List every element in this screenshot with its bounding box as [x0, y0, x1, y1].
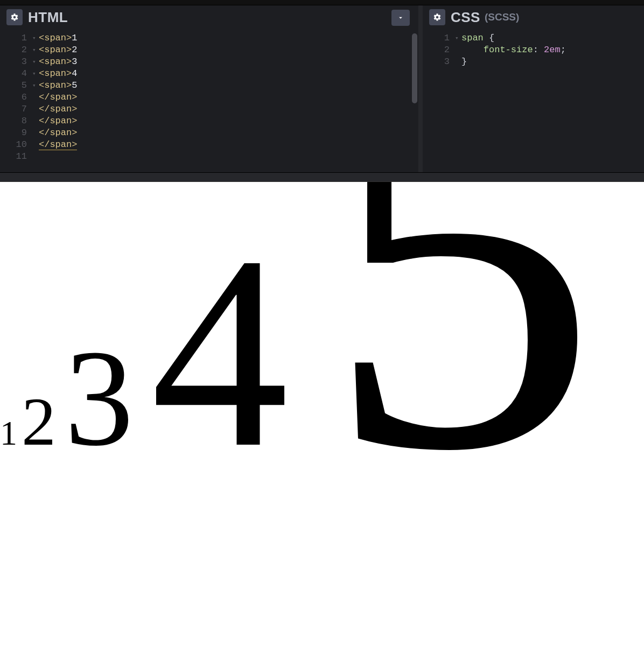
code-line: 3▾<span>3 — [0, 56, 418, 68]
line-number: 3 — [423, 56, 455, 68]
line-number: 5 — [0, 80, 32, 92]
fold-marker[interactable] — [455, 44, 461, 56]
code-content: <span>5 — [39, 80, 418, 92]
code-content: <span>1 — [39, 32, 418, 44]
fold-marker[interactable] — [32, 139, 39, 151]
line-number: 2 — [0, 44, 32, 56]
code-content: span { — [461, 32, 644, 44]
code-content: font-size: 2em; — [461, 44, 644, 56]
code-content — [39, 151, 418, 163]
line-number: 9 — [0, 127, 32, 139]
digit-4: 4 — [151, 199, 289, 504]
digit-5: 5 — [323, 182, 599, 564]
fold-marker[interactable]: ▾ — [32, 32, 39, 44]
fold-marker[interactable] — [32, 92, 39, 103]
code-line: 8</span> — [0, 115, 418, 127]
code-line: 1▾<span>1 — [0, 32, 418, 44]
code-line: 11 — [0, 151, 418, 163]
css-panel: CSS (SCSS) 1▾span {2 font-size: 2em;3} — [423, 5, 644, 172]
window-top-bar — [0, 0, 644, 5]
code-content: </span> — [39, 139, 418, 151]
gear-icon[interactable] — [429, 9, 445, 25]
css-panel-header: CSS (SCSS) — [423, 5, 644, 29]
fold-marker[interactable] — [32, 151, 39, 163]
digit-1: 1 — [0, 414, 17, 452]
line-number: 2 — [423, 44, 455, 56]
code-content: </span> — [39, 127, 418, 139]
fold-marker[interactable] — [32, 115, 39, 127]
code-line: 10</span> — [0, 139, 418, 151]
code-line: 2▾<span>2 — [0, 44, 418, 56]
code-line: 2 font-size: 2em; — [423, 44, 644, 56]
css-code-editor[interactable]: 1▾span {2 font-size: 2em;3} — [423, 29, 644, 172]
digit-2: 2 — [22, 383, 56, 460]
code-content: </span> — [39, 103, 418, 115]
code-line: 6</span> — [0, 92, 418, 103]
code-line: 7</span> — [0, 103, 418, 115]
html-panel-header: HTML — [0, 5, 418, 29]
line-number: 11 — [0, 151, 32, 163]
code-line: 5▾<span>5 — [0, 80, 418, 92]
html-code-editor[interactable]: 1▾<span>12▾<span>23▾<span>34▾<span>45▾<s… — [0, 29, 418, 172]
code-line: 1▾span { — [423, 32, 644, 44]
fold-marker[interactable]: ▾ — [32, 80, 39, 92]
digit-3: 3 — [65, 322, 134, 474]
code-content: </span> — [39, 115, 418, 127]
html-panel: HTML 1▾<span>12▾<span>23▾<span>34▾<span>… — [0, 5, 423, 172]
fold-marker[interactable]: ▾ — [32, 68, 39, 80]
fold-marker[interactable]: ▾ — [455, 32, 461, 44]
line-number: 3 — [0, 56, 32, 68]
css-panel-title: CSS — [451, 9, 480, 26]
fold-marker[interactable]: ▾ — [32, 44, 39, 56]
code-content: </span> — [39, 92, 418, 103]
gear-icon[interactable] — [6, 9, 23, 25]
code-line: 3} — [423, 56, 644, 68]
line-number: 7 — [0, 103, 32, 115]
code-content: } — [461, 56, 644, 68]
line-number: 8 — [0, 115, 32, 127]
fold-marker[interactable] — [32, 103, 39, 115]
code-line: 4▾<span>4 — [0, 68, 418, 80]
code-content: <span>3 — [39, 56, 418, 68]
fold-marker[interactable] — [455, 56, 461, 68]
rendered-output: 1 2 3 4 5 — [0, 182, 599, 576]
line-number: 6 — [0, 92, 32, 103]
html-panel-title: HTML — [28, 9, 68, 26]
css-panel-subtitle: (SCSS) — [485, 11, 519, 23]
output-preview: 1 2 3 4 5 — [0, 182, 644, 646]
scrollbar-thumb[interactable] — [412, 33, 417, 103]
editor-panels: HTML 1▾<span>12▾<span>23▾<span>34▾<span>… — [0, 5, 644, 172]
fold-marker[interactable] — [32, 127, 39, 139]
line-number: 10 — [0, 139, 32, 151]
code-content: <span>2 — [39, 44, 418, 56]
fold-marker[interactable]: ▾ — [32, 56, 39, 68]
line-number: 1 — [423, 32, 455, 44]
code-line: 9</span> — [0, 127, 418, 139]
line-number: 1 — [0, 32, 32, 44]
code-content: <span>4 — [39, 68, 418, 80]
chevron-down-icon[interactable] — [391, 10, 410, 26]
line-number: 4 — [0, 68, 32, 80]
panel-divider[interactable] — [0, 172, 644, 182]
